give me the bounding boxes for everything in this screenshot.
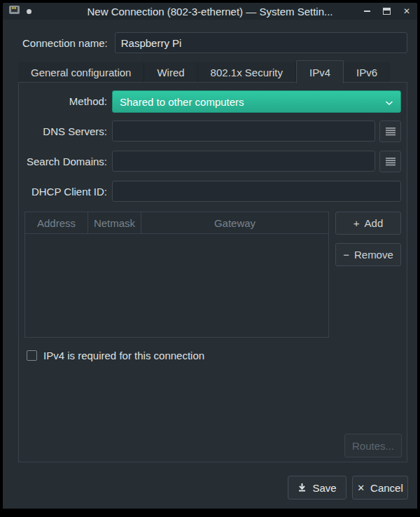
tab-bar: General configuration Wired 802.1x Secur…: [18, 60, 407, 83]
addresses-table-header: Address Netmask Gateway: [25, 212, 328, 234]
method-dropdown[interactable]: Shared to other computers: [112, 90, 401, 113]
dns-servers-input[interactable]: [112, 120, 375, 142]
column-header-gateway[interactable]: Gateway: [141, 212, 328, 233]
plus-icon: +: [354, 217, 360, 229]
list-icon: [385, 157, 396, 166]
connection-name-label: Connection name:: [22, 37, 108, 49]
ipv4-required-label: IPv4 is required for this connection: [43, 350, 204, 361]
close-button[interactable]: ✕: [403, 7, 410, 15]
checkbox-unchecked-icon[interactable]: [27, 350, 37, 361]
cancel-button[interactable]: ✕ Cancel: [352, 476, 408, 499]
minus-icon: −: [343, 249, 349, 261]
search-domains-label: Search Domains:: [19, 156, 107, 167]
remove-button[interactable]: − Remove: [335, 243, 401, 266]
ipv4-required-checkbox-row[interactable]: IPv4 is required for this connection: [27, 350, 204, 361]
tab-wired[interactable]: Wired: [144, 62, 197, 83]
dhcp-client-id-label: DHCP Client ID:: [19, 186, 107, 198]
dns-servers-edit-list-button[interactable]: [379, 120, 401, 142]
routes-button[interactable]: Routes...: [344, 434, 402, 457]
tab-ipv4[interactable]: IPv4: [296, 60, 344, 83]
dns-servers-label: DNS Servers:: [19, 125, 107, 137]
column-header-netmask[interactable]: Netmask: [88, 212, 141, 233]
method-label: Method:: [19, 95, 107, 107]
save-icon: [298, 482, 307, 494]
tab-8021x-security[interactable]: 802.1x Security: [198, 62, 296, 83]
dhcp-client-id-input[interactable]: [112, 181, 401, 202]
minimize-button[interactable]: [364, 11, 370, 12]
save-button[interactable]: Save: [288, 476, 346, 499]
on-all-desktops-icon[interactable]: [27, 9, 31, 14]
method-selected-value: Shared to other computers: [120, 96, 244, 108]
column-header-address[interactable]: Address: [25, 212, 88, 233]
close-x-icon: ✕: [357, 483, 365, 493]
tab-general-configuration[interactable]: General configuration: [18, 62, 144, 83]
connection-name-input[interactable]: [115, 32, 407, 53]
titlebar[interactable]: New Connection (802-3-ethernet) — System…: [3, 3, 417, 20]
maximize-button[interactable]: [383, 8, 391, 15]
settings-window: New Connection (802-3-ethernet) — System…: [3, 3, 417, 509]
ethernet-port-icon: [8, 4, 20, 18]
search-domains-input[interactable]: [112, 151, 375, 172]
search-domains-edit-list-button[interactable]: [379, 151, 401, 172]
add-button[interactable]: + Add: [335, 212, 401, 235]
addresses-table[interactable]: Address Netmask Gateway: [24, 212, 329, 338]
tab-ipv6[interactable]: IPv6: [344, 62, 390, 83]
chevron-down-icon: [385, 96, 393, 108]
ipv4-panel: Method: Shared to other computers DNS Se…: [18, 82, 407, 462]
list-icon: [385, 127, 396, 136]
window-title: New Connection (802-3-ethernet) — System…: [3, 6, 417, 18]
